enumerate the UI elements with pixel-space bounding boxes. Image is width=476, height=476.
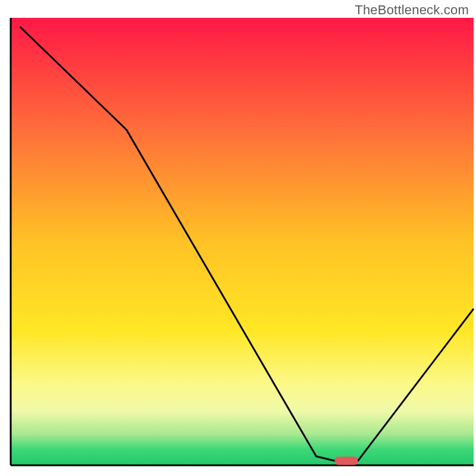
optimal-marker <box>335 456 358 465</box>
bottleneck-chart <box>0 0 476 476</box>
watermark-text: TheBottleneck.com <box>355 2 469 18</box>
